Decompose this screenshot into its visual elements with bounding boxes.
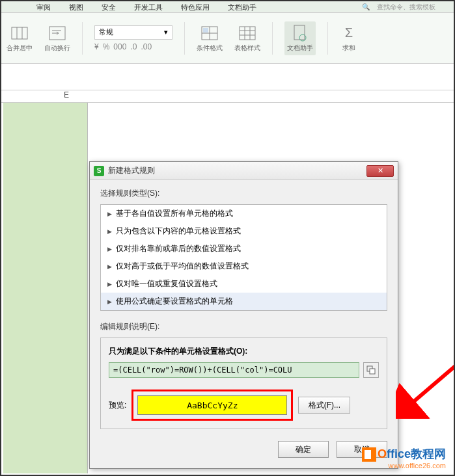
format-button[interactable]: 格式(F)... [298,397,350,414]
search-hint[interactable]: 🔍 查找命令、搜索模板 [357,1,441,12]
range-icon [366,365,376,375]
watermark-icon [362,447,376,462]
format-for-label: 只为满足以下条件的单元格设置格式(O): [109,346,379,357]
number-format-group: 常规 ▾ ¥ % 000 .0 .00 [94,25,172,51]
dialog-body: 选择规则类型(S): ▶基于各自值设置所有单元格的格式 ▶只为包含以下内容的单元… [90,180,398,468]
rule-item-0[interactable]: ▶基于各自值设置所有单元格的格式 [101,205,387,222]
preview-label: 预览: [109,400,126,411]
svg-rect-16 [370,369,375,374]
menu-tabs: 审阅 视图 安全 开发工具 特色应用 文档助手 🔍 查找命令、搜索模板 [1,1,454,13]
highlighted-cells [3,103,88,473]
rule-type-list: ▶基于各自值设置所有单元格的格式 ▶只为包含以下内容的单元格设置格式 ▶仅对排名… [100,204,387,311]
dec-inc-icon[interactable]: .0 [130,42,137,51]
merge-button[interactable]: 合并居中 [7,24,33,53]
ok-button[interactable]: 确定 [278,441,329,458]
separator [82,22,83,55]
svg-line-17 [409,328,455,406]
rule-type-label: 选择规则类型(S): [100,188,387,199]
search-text: 查找命令、搜索模板 [374,1,438,13]
arrow-icon: ▶ [107,246,112,252]
sum-icon: Σ [340,24,358,42]
percent-icon[interactable]: % [103,42,110,51]
separator [272,22,273,55]
doc-helper-icon [291,24,309,42]
format-box: 只为满足以下条件的单元格设置格式(O): 预览: AaBbCcYyZz 格式(F… [100,337,387,429]
dialog-buttons: 确定 取消 [100,441,387,458]
search-icon: 🔍 [359,2,372,12]
format-icons: ¥ % 000 .0 .00 [94,42,172,51]
arrow-icon: ▶ [107,228,112,235]
arrow-icon: ▶ [107,263,112,270]
sum-button[interactable]: Σ 求和 [340,24,358,53]
rule-item-2[interactable]: ▶仅对排名靠前或靠后的数值设置格式 [101,240,387,258]
arrow-icon: ▶ [107,298,112,305]
sheet-area[interactable]: E S 新建格式规则 ✕ 选择规则类型(S): ▶基于各自值设置所有单元格的格式… [1,64,454,476]
edit-rule-section: 编辑规则说明(E): 只为满足以下条件的单元格设置格式(O): 预览: AaBb… [100,321,387,429]
tab-doc-helper[interactable]: 文档助手 [225,1,259,12]
table-style-icon [238,24,256,42]
thousands-icon[interactable]: 000 [113,42,126,51]
col-e[interactable]: E [34,90,99,99]
chevron-down-icon: ▾ [164,28,168,36]
formula-row [109,362,379,378]
preview-sample: AaBbCcYyZz [137,395,287,415]
cond-format-icon [200,24,219,42]
dec-dec-icon[interactable]: .00 [141,42,152,51]
tab-dev[interactable]: 开发工具 [131,1,165,12]
rule-item-1[interactable]: ▶只为包含以下内容的单元格设置格式 [101,222,387,240]
cond-format-button[interactable]: 条件格式 [197,24,223,53]
watermark-url: www.office26.com [362,462,446,469]
svg-rect-8 [240,27,255,40]
ribbon: 合并居中 自动换行 常规 ▾ ¥ % 000 .0 .00 条件格式 表格样式 [1,13,454,64]
dialog-titlebar[interactable]: S 新建格式规则 ✕ [90,162,398,180]
merge-icon [10,24,29,42]
separator [327,22,328,55]
preview-highlight: AaBbCcYyZz [131,390,293,421]
svg-rect-0 [12,27,27,39]
formula-input[interactable] [109,362,359,378]
new-format-rule-dialog: S 新建格式规则 ✕ 选择规则类型(S): ▶基于各自值设置所有单元格的格式 ▶… [89,161,398,469]
tab-view[interactable]: 视图 [66,1,86,12]
tab-special[interactable]: 特色应用 [178,1,212,12]
column-header: E [1,90,454,103]
watermark: Office教程网 www.office26.com [362,446,446,469]
tab-review[interactable]: 审阅 [34,1,53,12]
app-icon: S [94,166,104,176]
rule-item-5[interactable]: ▶使用公式确定要设置格式的单元格 [101,293,387,310]
preview-row: 预览: AaBbCcYyZz 格式(F)... [109,390,379,421]
table-style-button[interactable]: 表格样式 [234,24,260,53]
number-format-select[interactable]: 常规 ▾ [94,25,172,40]
dialog-title: 新建格式规则 [108,165,366,176]
doc-helper-button[interactable]: 文档助手 [284,21,316,55]
wrap-button[interactable]: 自动换行 [44,24,70,53]
watermark-brand: Office教程网 [362,446,446,462]
currency-icon[interactable]: ¥ [94,42,99,51]
close-button[interactable]: ✕ [366,165,394,177]
range-select-button[interactable] [363,362,379,378]
rule-item-4[interactable]: ▶仅对唯一值或重复值设置格式 [101,275,387,293]
annotation-arrow [396,321,455,419]
rule-item-3[interactable]: ▶仅对高于或低于平均值的数值设置格式 [101,258,387,275]
wrap-icon [48,24,66,42]
svg-rect-5 [203,28,208,33]
arrow-icon: ▶ [107,281,112,287]
separator [184,22,185,55]
tab-security[interactable]: 安全 [99,1,118,12]
edit-rule-label: 编辑规则说明(E): [100,321,387,332]
arrow-icon: ▶ [107,211,112,217]
